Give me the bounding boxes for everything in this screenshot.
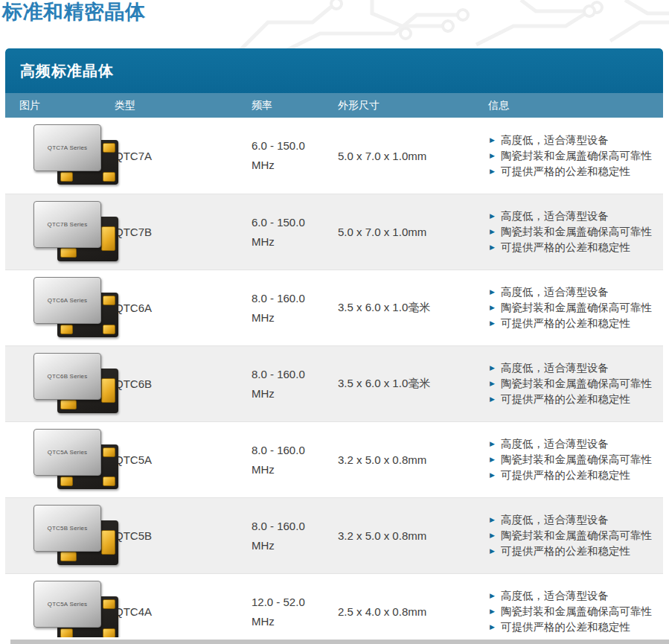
bullet-arrow-icon: ▶ bbox=[490, 392, 495, 407]
info-cell: ▶高度低，适合薄型设备▶陶瓷封装和金属盖确保高可靠性▶可提供严格的公差和稳定性 bbox=[488, 205, 652, 258]
gold-pad bbox=[60, 552, 77, 561]
table-row: QTC7B SeriesQTC7B6.0 - 150.0 MHz5.0 x 7.… bbox=[5, 194, 663, 270]
dimensions-cell: 2.5 x 4.0 x 0.8mm bbox=[338, 605, 488, 618]
column-header-image: 图片 bbox=[5, 99, 115, 112]
crystal-package-silver: QTC7B Series bbox=[33, 201, 101, 248]
bullet-arrow-icon: ▶ bbox=[490, 436, 495, 452]
bullet-arrow-icon: ▶ bbox=[490, 376, 495, 392]
gold-pad bbox=[60, 172, 73, 182]
column-header-type: 类型 bbox=[115, 99, 252, 112]
page-title: 标准和精密晶体 bbox=[2, 0, 146, 25]
info-item: ▶可提供严格的公差和稳定性 bbox=[488, 468, 652, 483]
crystal-package-silver: QTC6B Series bbox=[33, 353, 101, 400]
info-item: ▶陶瓷封装和金属盖确保高可靠性 bbox=[488, 148, 652, 164]
info-list: ▶高度低，适合薄型设备▶陶瓷封装和金属盖确保高可靠性▶可提供严格的公差和稳定性 bbox=[488, 281, 652, 334]
info-item: ▶可提供严格的公差和稳定性 bbox=[488, 240, 652, 255]
info-cell: ▶高度低，适合薄型设备▶陶瓷封装和金属盖确保高可靠性▶可提供严格的公差和稳定性 bbox=[488, 585, 652, 637]
info-text: 陶瓷封装和金属盖确保高可靠性 bbox=[501, 528, 652, 543]
gold-pad bbox=[60, 628, 73, 638]
gold-pad bbox=[103, 296, 115, 305]
product-image: QTC6B Series bbox=[29, 353, 123, 415]
frequency-cell: 8.0 - 160.0 MHz bbox=[252, 441, 338, 479]
bullet-arrow-icon: ▶ bbox=[490, 468, 495, 483]
bullet-arrow-icon: ▶ bbox=[490, 543, 495, 559]
info-text: 可提供严格的公差和稳定性 bbox=[501, 316, 630, 331]
crystal-package-silver: QTC5A Series bbox=[33, 581, 101, 628]
dimensions-cell: 3.5 x 6.0 x 1.0毫米 bbox=[338, 301, 488, 315]
gold-pad bbox=[101, 530, 115, 555]
crystal-package-silver: QTC7A Series bbox=[33, 124, 101, 171]
info-text: 陶瓷封装和金属盖确保高可靠性 bbox=[501, 452, 652, 468]
info-item: ▶陶瓷封装和金属盖确保高可靠性 bbox=[488, 604, 652, 619]
dimensions-cell: 5.0 x 7.0 x 1.0mm bbox=[338, 150, 488, 162]
product-image-cell: QTC5B Series bbox=[5, 505, 115, 567]
frequency-value: 12.0 - 52.0 MHz bbox=[252, 593, 319, 631]
info-item: ▶陶瓷封装和金属盖确保高可靠性 bbox=[488, 452, 652, 468]
bullet-arrow-icon: ▶ bbox=[490, 133, 495, 148]
gold-pad bbox=[60, 476, 73, 486]
bullet-arrow-icon: ▶ bbox=[490, 148, 495, 164]
bullet-arrow-icon: ▶ bbox=[490, 512, 495, 528]
crystal-package-silver: QTC6A Series bbox=[33, 277, 101, 324]
dimensions-cell: 5.0 x 7.0 x 1.0mm bbox=[338, 226, 488, 238]
info-list: ▶高度低，适合薄型设备▶陶瓷封装和金属盖确保高可靠性▶可提供严格的公差和稳定性 bbox=[488, 357, 652, 410]
table-row: QTC6B SeriesQTC6B8.0 - 160.0 MHz3.5 x 6.… bbox=[5, 345, 663, 421]
info-list: ▶高度低，适合薄型设备▶陶瓷封装和金属盖确保高可靠性▶可提供严格的公差和稳定性 bbox=[488, 509, 652, 562]
gold-pad bbox=[101, 226, 115, 251]
info-item: ▶陶瓷封装和金属盖确保高可靠性 bbox=[488, 224, 652, 240]
table-row: QTC5A SeriesQTC4A12.0 - 52.0 MHz2.5 x 4.… bbox=[5, 573, 663, 637]
info-item: ▶陶瓷封装和金属盖确保高可靠性 bbox=[488, 376, 652, 392]
crystal-package-silver: QTC5B Series bbox=[33, 505, 101, 552]
type-cell: QTC7A bbox=[115, 150, 252, 162]
info-item: ▶可提供严格的公差和稳定性 bbox=[488, 164, 652, 179]
type-cell: QTC5A bbox=[115, 453, 252, 466]
frequency-value: 6.0 - 150.0 MHz bbox=[252, 213, 319, 252]
type-cell: QTC4A bbox=[115, 605, 252, 618]
info-text: 高度低，适合薄型设备 bbox=[501, 360, 609, 376]
gold-pad bbox=[103, 447, 115, 457]
type-cell: QTC5B bbox=[115, 529, 252, 542]
product-image: QTC7B Series bbox=[29, 201, 123, 264]
info-text: 高度低，适合薄型设备 bbox=[501, 512, 609, 528]
type-cell: QTC7B bbox=[115, 226, 252, 238]
info-list: ▶高度低，适合薄型设备▶陶瓷封装和金属盖确保高可靠性▶可提供严格的公差和稳定性 bbox=[488, 585, 652, 637]
info-cell: ▶高度低，适合薄型设备▶陶瓷封装和金属盖确保高可靠性▶可提供严格的公差和稳定性 bbox=[488, 357, 652, 410]
bullet-arrow-icon: ▶ bbox=[490, 588, 495, 604]
info-cell: ▶高度低，适合薄型设备▶陶瓷封装和金属盖确保高可靠性▶可提供严格的公差和稳定性 bbox=[488, 433, 652, 486]
section-title: 高频标准晶体 bbox=[20, 61, 114, 81]
gold-pad bbox=[103, 599, 115, 609]
info-text: 高度低，适合薄型设备 bbox=[501, 208, 609, 224]
info-text: 可提供严格的公差和稳定性 bbox=[501, 543, 630, 559]
gold-pad bbox=[101, 378, 115, 403]
info-text: 可提供严格的公差和稳定性 bbox=[501, 392, 630, 407]
info-text: 高度低，适合薄型设备 bbox=[501, 284, 609, 300]
bullet-arrow-icon: ▶ bbox=[490, 224, 495, 240]
product-image-cell: QTC5A Series bbox=[5, 429, 115, 491]
product-image: QTC5A Series bbox=[29, 581, 123, 638]
info-text: 陶瓷封装和金属盖确保高可靠性 bbox=[501, 224, 652, 240]
info-item: ▶可提供严格的公差和稳定性 bbox=[488, 619, 652, 635]
frequency-cell: 6.0 - 150.0 MHz bbox=[252, 136, 338, 175]
info-text: 陶瓷封装和金属盖确保高可靠性 bbox=[501, 148, 652, 164]
bullet-arrow-icon: ▶ bbox=[490, 240, 495, 255]
bullet-arrow-icon: ▶ bbox=[490, 604, 495, 619]
frequency-cell: 6.0 - 150.0 MHz bbox=[252, 213, 338, 252]
product-image-label: QTC6A Series bbox=[48, 297, 88, 304]
info-text: 可提供严格的公差和稳定性 bbox=[501, 619, 630, 635]
info-cell: ▶高度低，适合薄型设备▶陶瓷封装和金属盖确保高可靠性▶可提供严格的公差和稳定性 bbox=[488, 130, 652, 182]
frequency-value: 8.0 - 160.0 MHz bbox=[252, 365, 319, 404]
table-row: QTC6A SeriesQTC6A8.0 - 160.0 MHz3.5 x 6.… bbox=[5, 270, 663, 345]
product-image: QTC6A Series bbox=[29, 277, 123, 339]
dimensions-cell: 3.5 x 6.0 x 1.0毫米 bbox=[338, 377, 488, 391]
info-text: 高度低，适合薄型设备 bbox=[501, 436, 609, 452]
info-item: ▶可提供严格的公差和稳定性 bbox=[488, 543, 652, 559]
info-list: ▶高度低，适合薄型设备▶陶瓷封装和金属盖确保高可靠性▶可提供严格的公差和稳定性 bbox=[488, 205, 652, 258]
product-image-cell: QTC6B Series bbox=[5, 353, 115, 415]
product-image-cell: QTC7A Series bbox=[5, 124, 115, 187]
type-cell: QTC6A bbox=[115, 302, 252, 314]
bullet-arrow-icon: ▶ bbox=[490, 316, 495, 331]
info-item: ▶高度低，适合薄型设备 bbox=[488, 512, 652, 528]
product-image-label: QTC5A Series bbox=[48, 449, 88, 456]
column-header-dimensions: 外形尺寸 bbox=[338, 99, 488, 112]
gold-pad bbox=[60, 248, 77, 258]
